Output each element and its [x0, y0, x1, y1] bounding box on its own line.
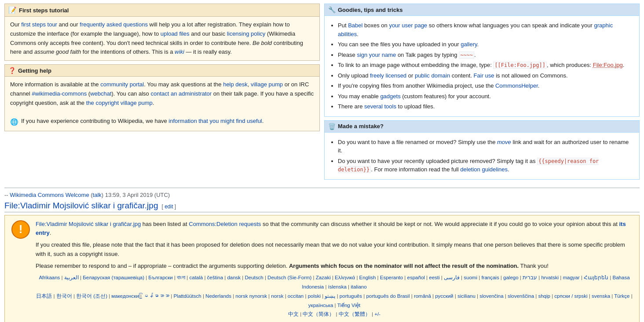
getting-help-para2: 🌐 If you have experience contributing to…: [10, 117, 314, 127]
contact-admin-link[interactable]: contact an administrator: [150, 90, 212, 97]
fair-use-link[interactable]: Fair use: [474, 72, 494, 79]
graphic-abilities-link[interactable]: graphic abilities: [338, 22, 613, 37]
lang-portuguese[interactable]: português: [340, 293, 362, 299]
goodies-item-4: To link to an image page without embeddi…: [338, 61, 634, 70]
lang-ukrainian[interactable]: українська: [308, 303, 333, 308]
lang-french[interactable]: français: [481, 275, 499, 280]
file-section-title: File:Vladimir Mojsilović slikar i grafič…: [4, 201, 640, 212]
lang-bengali[interactable]: বাংলা: [177, 275, 185, 280]
move-link[interactable]: move: [497, 139, 511, 145]
goodies-icon: 🔧: [328, 6, 336, 13]
lang-albanian[interactable]: shqip: [538, 293, 550, 299]
lang-slovak[interactable]: slovenčina: [479, 293, 503, 299]
divider-1: [4, 188, 640, 188]
freely-licensed-link[interactable]: freely licensed: [370, 72, 406, 79]
lang-russian[interactable]: русский: [435, 293, 453, 299]
lang-portuguese-br[interactable]: português do Brasil: [366, 293, 410, 299]
lang-chinese-simplified[interactable]: 中文（简体）: [303, 311, 334, 317]
lang-afrikaans[interactable]: Afrikaans: [39, 275, 60, 280]
webchat-link[interactable]: webchat: [90, 90, 111, 97]
lang-turkish[interactable]: Türkçe: [614, 293, 629, 299]
sign-name-link[interactable]: sign your name: [357, 52, 396, 58]
upload-files-link[interactable]: upload files: [161, 30, 190, 37]
lang-polish[interactable]: polski: [308, 293, 321, 299]
help-desk-link[interactable]: help desk: [223, 81, 248, 88]
warning-icon: !: [11, 220, 30, 239]
goodies-item-1: Put Babel boxes on your user page so oth…: [338, 21, 634, 38]
lang-finnish[interactable]: suomi: [464, 275, 477, 280]
lang-korean-joseon[interactable]: 한국어 (조선): [76, 293, 107, 299]
lang-esperanto[interactable]: Esperanto: [380, 275, 403, 280]
lang-persian[interactable]: فارسی: [444, 275, 460, 280]
licensing-policy-link[interactable]: licensing policy: [227, 30, 265, 37]
user-page-link[interactable]: your user page: [389, 22, 427, 29]
faq-link[interactable]: frequently asked questions: [80, 21, 148, 28]
lang-czech[interactable]: čeština: [207, 275, 223, 280]
lang-armenian[interactable]: Հայերեն: [584, 275, 608, 280]
commonshelper-link[interactable]: CommonsHelper: [495, 82, 538, 89]
lang-hebrew[interactable]: עברית: [523, 275, 537, 280]
lang-norsk[interactable]: norsk: [271, 293, 283, 299]
lang-vietnamese[interactable]: Tiếng Việt: [337, 303, 360, 308]
lang-spanish[interactable]: español: [407, 275, 425, 280]
gallery-link[interactable]: gallery: [461, 41, 477, 48]
lang-chinese-traditional[interactable]: 中文（繁體）: [339, 311, 370, 317]
several-tools-link[interactable]: several tools: [364, 103, 396, 110]
lang-more[interactable]: +/-: [374, 311, 381, 317]
copyright-pump-link[interactable]: the copyright village pump: [86, 100, 153, 106]
first-steps-tour-link[interactable]: first steps tour: [21, 21, 57, 28]
lang-german-sie[interactable]: Deutsch (Sie-Form): [267, 275, 311, 280]
village-pump-link[interactable]: village pump: [251, 81, 283, 88]
lang-english[interactable]: English: [359, 275, 376, 280]
file-foo-link[interactable]: File:Foo.jpg: [593, 62, 623, 68]
lang-slovenian[interactable]: slovenščina: [508, 293, 534, 299]
lang-arabic[interactable]: العربية: [64, 275, 79, 280]
welcome-talk-link[interactable]: talk: [93, 192, 102, 198]
lang-sicilian[interactable]: sicilianu: [457, 293, 476, 299]
lang-romanian[interactable]: română: [414, 293, 431, 299]
lang-estonian[interactable]: eesti: [429, 275, 439, 280]
lang-catalan[interactable]: català: [190, 275, 203, 280]
lang-bulgarian[interactable]: Български: [148, 275, 172, 280]
file-page-link[interactable]: File:Vladimir Mojsilović slikar i grafič…: [36, 221, 141, 227]
lang-japanese[interactable]: 日本語: [36, 293, 52, 299]
lang-icelandic[interactable]: íslenska: [328, 284, 347, 289]
mistake-content: Do you want to have a file renamed or mo…: [325, 133, 639, 179]
wikipedia-info-link[interactable]: information that you might find useful: [168, 118, 262, 124]
gadgets-link[interactable]: gadgets: [380, 93, 400, 100]
lang-belarusian[interactable]: Беларуская (тарашкевіца): [83, 275, 144, 280]
lang-burmese[interactable]: မြန်မာဘာသာ: [143, 293, 169, 299]
lang-danish[interactable]: dansk: [227, 275, 241, 280]
lang-chinese[interactable]: 中文: [288, 311, 299, 317]
goodies-header: 🔧 Goodies, tips and tricks: [325, 4, 639, 16]
lang-macedonian[interactable]: македонски: [111, 293, 139, 299]
lang-swedish[interactable]: svenska: [592, 293, 610, 299]
file-title-link[interactable]: File:Vladimir Mojsilović slikar i grafič…: [4, 201, 158, 211]
commons-deletion-link[interactable]: Commons:Deletion requests: [189, 221, 261, 227]
lang-croatian[interactable]: hrvatski: [541, 275, 559, 280]
lang-plattdeutsch[interactable]: Plattdüütsch: [173, 293, 201, 299]
mistake-item-1: Do you want to have a file renamed or mo…: [338, 138, 634, 155]
lang-greek[interactable]: Ελληνικά: [335, 275, 355, 280]
lang-serbian[interactable]: српски / srpski: [554, 293, 587, 299]
babel-link[interactable]: Babel: [348, 22, 362, 29]
community-portal-link[interactable]: community portal: [100, 81, 144, 88]
lang-occitan[interactable]: occitan: [288, 293, 304, 299]
first-steps-para1: Our first steps tour and our frequently …: [10, 20, 314, 57]
lang-zazaki[interactable]: Zazaki: [316, 275, 331, 280]
public-domain-link[interactable]: public domain: [415, 72, 450, 79]
welcome-user-link[interactable]: Wikimedia Commons Welcome: [10, 192, 89, 198]
lang-hungarian[interactable]: magyar: [563, 275, 579, 280]
edit-link[interactable]: edit: [165, 204, 173, 210]
irc-channel-link[interactable]: #wikimedia-commons: [32, 90, 87, 97]
deletion-guidelines-link[interactable]: deletion guidelines: [460, 166, 508, 173]
lang-norsk-nynorsk[interactable]: norsk nynorsk: [235, 293, 267, 299]
file-code: [[File:Foo.jpg]]: [493, 62, 547, 69]
lang-korean[interactable]: 한국어: [56, 293, 72, 299]
lang-italian[interactable]: italiano: [351, 284, 366, 289]
lang-pashto[interactable]: پښتو: [325, 293, 335, 299]
wiki-link[interactable]: wiki: [175, 48, 184, 55]
lang-dutch[interactable]: Nederlands: [205, 293, 231, 299]
lang-german[interactable]: Deutsch: [245, 275, 263, 280]
lang-galician[interactable]: galego: [503, 275, 519, 280]
